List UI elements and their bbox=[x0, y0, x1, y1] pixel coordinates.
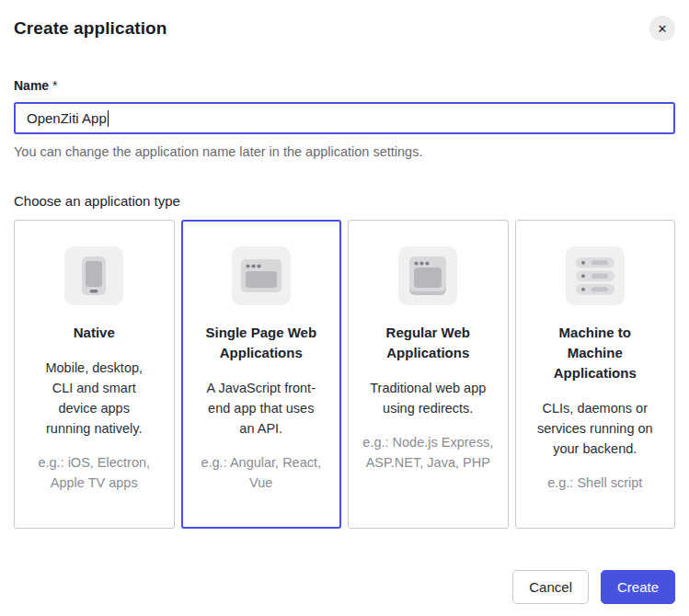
close-icon: ✕ bbox=[658, 23, 668, 35]
server-stack-icon bbox=[566, 246, 625, 305]
card-title: Regular Web Applications bbox=[372, 323, 484, 363]
web-server-icon bbox=[398, 246, 457, 305]
card-title: Machine to Machine Applications bbox=[539, 323, 651, 383]
name-label: Name * bbox=[14, 78, 675, 93]
application-type-cards: Native Mobile, desktop, CLI and smart de… bbox=[14, 220, 675, 529]
dialog-body: Name * OpenZiti App You can change the a… bbox=[0, 78, 689, 529]
application-type-label: Choose an application type bbox=[14, 193, 675, 209]
create-button[interactable]: Create bbox=[601, 570, 675, 604]
text-caret bbox=[108, 110, 109, 127]
card-description: CLIs, daemons or services running on you… bbox=[537, 398, 653, 459]
name-input[interactable]: OpenZiti App bbox=[14, 102, 675, 134]
dialog-title: Create application bbox=[14, 18, 167, 39]
card-native[interactable]: Native Mobile, desktop, CLI and smart de… bbox=[14, 220, 175, 529]
browser-window-icon bbox=[232, 246, 291, 305]
card-title: Single Page Web Applications bbox=[205, 323, 317, 363]
cancel-button[interactable]: Cancel bbox=[512, 570, 589, 604]
dialog-footer: Cancel Create bbox=[512, 570, 675, 604]
required-marker: * bbox=[52, 78, 57, 93]
card-description: Mobile, desktop, CLI and smart device ap… bbox=[36, 358, 152, 439]
card-machine-to-machine[interactable]: Machine to Machine Applications CLIs, da… bbox=[515, 220, 676, 529]
card-title: Native bbox=[74, 323, 115, 343]
card-example: e.g.: Angular, React, Vue bbox=[196, 452, 327, 493]
card-example: e.g.: Node.js Express, ASP.NET, Java, PH… bbox=[362, 432, 493, 473]
close-button[interactable]: ✕ bbox=[649, 16, 675, 41]
card-single-page-web[interactable]: Single Page Web Applications A JavaScrip… bbox=[181, 220, 342, 529]
dialog-header: Create application ✕ bbox=[0, 0, 689, 41]
create-application-dialog: Create application ✕ Name * OpenZiti App… bbox=[0, 0, 689, 616]
card-example: e.g.: Shell script bbox=[547, 473, 642, 493]
mobile-phone-icon bbox=[64, 246, 123, 305]
card-regular-web[interactable]: Regular Web Applications Traditional web… bbox=[348, 220, 509, 529]
name-input-value: OpenZiti App bbox=[27, 110, 107, 126]
name-helper-text: You can change the application name late… bbox=[14, 144, 675, 159]
card-example: e.g.: iOS, Electron, Apple TV apps bbox=[29, 452, 159, 493]
card-description: Traditional web app using redirects. bbox=[370, 378, 486, 418]
card-description: A JavaScript front-end app that uses an … bbox=[203, 378, 319, 439]
